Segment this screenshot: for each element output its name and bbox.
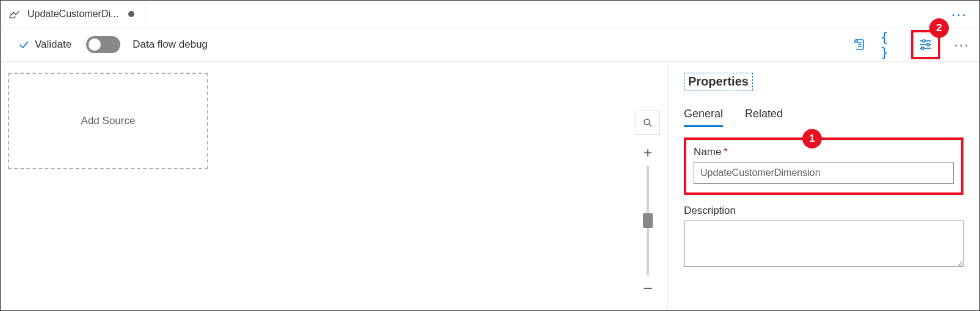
name-section-highlight: 1 Name* [684, 137, 964, 195]
editor-tab[interactable]: UpdateCustomerDi... [1, 1, 147, 27]
name-label: Name* [694, 146, 954, 158]
panel-title: Properties [684, 73, 753, 90]
zoom-out-button[interactable]: − [636, 279, 660, 298]
tab-header: UpdateCustomerDi... ··· [1, 1, 979, 27]
validate-label: Validate [35, 38, 71, 51]
braces-icon: { } [880, 29, 900, 60]
toolbar: Validate Data flow debug { } 2 ··· [1, 27, 979, 62]
debug-toggle-label: Data flow debug [132, 38, 208, 51]
toolbar-overflow-button[interactable]: ··· [951, 36, 972, 53]
check-icon [18, 38, 30, 51]
settings-highlight: 2 [911, 30, 940, 59]
validate-button[interactable]: Validate [14, 35, 75, 54]
scroll-icon [852, 37, 867, 52]
svg-point-3 [927, 43, 929, 46]
properties-panel: Properties General Related 1 Name* Descr… [668, 62, 979, 310]
main: Add Source + − Properties General Relate… [1, 62, 979, 310]
plus-icon: + [644, 144, 652, 161]
callout-badge-1: 1 [802, 129, 822, 148]
name-input[interactable] [694, 162, 954, 184]
svg-point-6 [644, 119, 650, 125]
debug-toggle[interactable] [86, 36, 120, 53]
tab-related[interactable]: Related [745, 108, 783, 127]
minus-icon: − [643, 279, 653, 298]
tab-title: UpdateCustomerDi... [27, 9, 118, 20]
add-source-button[interactable]: Add Source [8, 73, 208, 169]
svg-line-7 [649, 124, 652, 126]
callout-badge-2: 2 [929, 18, 949, 38]
canvas-controls: + − [636, 111, 660, 298]
required-indicator: * [724, 146, 728, 158]
zoom-slider-thumb[interactable] [643, 213, 653, 228]
tab-overflow-button[interactable]: ··· [939, 5, 979, 23]
fit-zoom-button[interactable] [636, 111, 660, 135]
code-button[interactable]: { } [880, 35, 900, 54]
properties-toggle-button[interactable] [916, 35, 935, 54]
name-label-text: Name [694, 146, 721, 158]
description-input[interactable] [684, 221, 964, 267]
toolbar-right: { } 2 ··· [850, 30, 972, 59]
zoom-in-button[interactable]: + [636, 144, 660, 162]
zoom-slider[interactable] [647, 166, 649, 276]
dataflow-icon [8, 7, 21, 21]
tab-general[interactable]: General [684, 108, 723, 127]
add-source-label: Add Source [81, 115, 136, 127]
script-button[interactable] [850, 35, 869, 54]
search-icon [642, 117, 653, 128]
svg-point-1 [923, 40, 925, 42]
canvas[interactable]: Add Source + − [1, 62, 668, 310]
sliders-icon [918, 37, 933, 52]
unsaved-indicator-icon [128, 11, 134, 17]
description-label: Description [684, 205, 964, 217]
svg-point-5 [921, 47, 924, 49]
panel-tabs: General Related [684, 108, 964, 128]
